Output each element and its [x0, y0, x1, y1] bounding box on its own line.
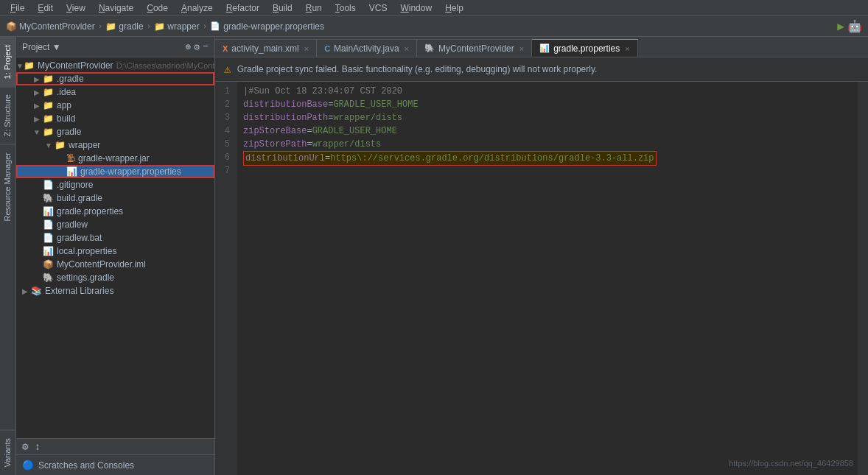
menu-view[interactable]: View [60, 1, 91, 15]
menu-navigate[interactable]: Navigate [93, 1, 139, 15]
root-folder-icon: 📁 [24, 60, 35, 71]
menu-tools[interactable]: Tools [329, 1, 362, 15]
extlibs-arrow: ▶ [19, 287, 31, 295]
menu-file[interactable]: File [4, 1, 30, 15]
tree-item-gradle[interactable]: ▼ 📁 gradle [16, 125, 214, 138]
folder-icon: 📁 [105, 21, 116, 32]
app-folder-icon: 📁 [43, 100, 54, 110]
root-arrow: ▼ [16, 62, 24, 70]
breadcrumb-folder-wrapper[interactable]: 📁 wrapper [154, 21, 199, 32]
gradle-label: gradle [57, 127, 81, 137]
dotgradle-arrow: ▶ [31, 75, 43, 83]
menu-edit[interactable]: Edit [32, 1, 59, 15]
tree-item-dotgradle[interactable]: ▶ 📁 .gradle [16, 72, 214, 85]
breadcrumb-module[interactable]: 📦 MyContentProvider [6, 21, 95, 32]
tree-item-idea[interactable]: ▶ 📁 .idea [16, 85, 214, 99]
tree-item-gradlew-bat[interactable]: ▶ 📄 gradlew.bat [16, 231, 214, 244]
menu-vcs[interactable]: VCS [363, 1, 393, 15]
tab-close-props[interactable]: × [625, 44, 629, 53]
line-num-2: 2 [215, 98, 234, 111]
editor-content: 1 2 3 4 5 6 7 |#Sun Oct 18 23:04:07 CST … [215, 82, 868, 475]
menu-code[interactable]: Code [141, 1, 174, 15]
scratches-label: Scratches and Consoles [38, 460, 134, 471]
tree-item-wrapper[interactable]: ▼ 📁 wrapper [16, 138, 214, 152]
tab-close-module[interactable]: × [519, 44, 524, 53]
settings-icon[interactable]: ⚙ [194, 41, 200, 53]
tab-resource-manager[interactable]: Resource Manager [0, 144, 15, 229]
tab-mycontentprovider[interactable]: 🐘 MyContentProvider × [417, 39, 532, 57]
tree-root[interactable]: ▼ 📁 MyContentProvider D:\Classes\andriod… [16, 59, 214, 72]
app-arrow: ▶ [31, 102, 43, 110]
code-line-5: zipStorePath=wrapper/dists [243, 138, 852, 151]
menu-analyze[interactable]: Analyze [175, 1, 219, 15]
val-3: wrapper/dists [333, 113, 402, 123]
key-2: distributionBase [243, 99, 328, 110]
tree-item-gradle-props[interactable]: ▶ 📊 gradle.properties [16, 205, 214, 218]
line-num-3: 3 [215, 111, 234, 124]
tree-item-gradlew[interactable]: ▶ 📄 gradlew [16, 218, 214, 231]
breadcrumb-sep-2: › [147, 22, 152, 31]
gradlewrapper-props-label: gradle-wrapper.properties [80, 166, 181, 177]
panel-bottom-icon-1[interactable]: ⚙ [22, 440, 28, 453]
tree-item-app[interactable]: ▶ 📁 app [16, 99, 214, 112]
code-line-2: distributionBase=GRADLE_USER_HOME [243, 98, 852, 111]
tree-item-gradlewrapper-props[interactable]: ▶ 📊 gradle-wrapper.properties [16, 165, 214, 178]
props-icon: 📄 [210, 21, 220, 32]
tree-item-settings-gradle[interactable]: ▶ 🐘 settings.gradle [16, 271, 214, 284]
idea-folder-icon: 📁 [43, 87, 54, 97]
tree-item-iml[interactable]: ▶ 📦 MyContentProvider.iml [16, 258, 214, 271]
android-icon[interactable]: 🤖 [847, 19, 862, 34]
menu-window[interactable]: Window [394, 1, 438, 15]
tab-label-java: MainActivity.java [334, 43, 399, 54]
tree-item-build[interactable]: ▶ 📁 build [16, 112, 214, 125]
breadcrumb-file[interactable]: 📄 gradle-wrapper.properties [210, 21, 324, 32]
wrapper-folder-icon: 📁 [55, 140, 66, 150]
tab-mainactivity-java[interactable]: C MainActivity.java × [317, 39, 417, 57]
run-action-icon[interactable]: ▶ [837, 19, 844, 34]
line-num-7: 7 [215, 164, 234, 177]
menu-refactor[interactable]: Refactor [220, 1, 265, 15]
extlibs-label: External Libraries [45, 286, 113, 296]
tree-item-gradlewrapper-jar[interactable]: ▶ 🗜 gradle-wrapper.jar [16, 152, 214, 165]
comment-text-1: #Sun Oct 18 23:04:07 CST 2020 [248, 86, 402, 96]
menu-run[interactable]: Run [300, 1, 328, 15]
gradlewbat-icon: 📄 [43, 233, 54, 243]
tree-item-external-libs[interactable]: ▶ 📚 External Libraries [16, 284, 214, 298]
wrapper-arrow: ▼ [43, 141, 55, 149]
tab-gradle-properties[interactable]: 📊 gradle.properties × [532, 39, 638, 57]
highlighted-line-6: distributionUrl=https\://services.gradle… [243, 151, 657, 166]
tab-structure[interactable]: Z: Structure [0, 86, 15, 144]
localprops-label: local.properties [57, 246, 116, 256]
key-5: zipStorePath [243, 139, 307, 149]
tab-label-props: gradle.properties [553, 43, 620, 54]
line-num-5: 5 [215, 138, 234, 151]
xml-icon: X [223, 44, 228, 53]
menu-bar: File Edit View Navigate Code Analyze Ref… [0, 0, 868, 16]
val-4: GRADLE_USER_HOME [312, 126, 397, 136]
tab-close-java[interactable]: × [405, 44, 409, 53]
tree-item-local-props[interactable]: ▶ 📊 local.properties [16, 244, 214, 258]
panel-bottom-icon-2[interactable]: ↕ [34, 441, 40, 453]
warning-icon: ⚠ [224, 62, 231, 77]
tree-item-gitignore[interactable]: ▶ 📄 .gitignore [16, 178, 214, 191]
tree-item-build-gradle[interactable]: ▶ 🐘 build.gradle [16, 191, 214, 205]
tab-project[interactable]: 1: Project [0, 37, 15, 86]
menu-help[interactable]: Help [439, 1, 469, 15]
code-line-7 [243, 164, 852, 177]
settingsgradle-label: settings.gradle [57, 272, 114, 283]
tab-variants[interactable]: Variants [0, 430, 15, 475]
root-path: D:\Classes\andriod\MyConten [116, 61, 214, 70]
code-editor[interactable]: |#Sun Oct 18 23:04:07 CST 2020 distribut… [237, 82, 858, 475]
header-icons: ⊕ ⚙ − [186, 41, 209, 53]
menu-build[interactable]: Build [267, 1, 298, 15]
tab-close-xml[interactable]: × [304, 44, 309, 53]
tab-activity-main-xml[interactable]: X activity_main.xml × [215, 39, 317, 57]
main-layout: 1: Project Z: Structure Resource Manager… [0, 37, 868, 475]
add-icon[interactable]: ⊕ [186, 41, 192, 53]
gitignore-icon: 📄 [43, 180, 54, 190]
scratches-bar[interactable]: 🔵 Scratches and Consoles [16, 454, 214, 475]
collapse-icon[interactable]: − [203, 41, 209, 53]
breadcrumb-folder-gradle[interactable]: 📁 gradle [105, 21, 143, 32]
gradleprops-label: gradle.properties [57, 206, 123, 217]
project-header: Project ▼ ⊕ ⚙ − [16, 37, 214, 57]
